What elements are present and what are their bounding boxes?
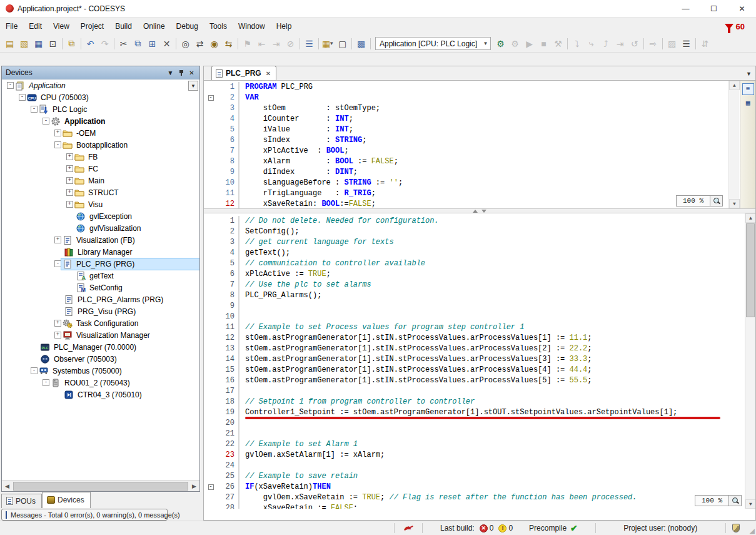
step-out-icon[interactable]: ⤴ [598,37,613,51]
find-icon[interactable]: ◎ [178,37,193,51]
code-line-19[interactable]: 19Controller1_Setpoint := stOem.astProgr… [204,407,745,418]
scroll-down-icon[interactable]: ▼ [745,499,755,509]
open-file-icon[interactable]: ▧ [17,37,31,51]
panel-menu-icon[interactable]: ▼ [165,68,176,78]
tree-item-visualization-manager[interactable]: +Visualization Manager [2,329,199,341]
tree-item-oem[interactable]: +-OEM [2,127,199,139]
fold-collapse-icon[interactable]: - [208,484,214,490]
tabular-view-button[interactable]: ▦ [742,98,754,110]
magnifier-icon[interactable] [729,495,742,506]
active-application-combo[interactable]: Application [CPU: PLC Logic] ▼ [375,37,491,50]
tree-item-plc-manager-70-0000[interactable]: PLCPLC_Manager (70.0000) [2,341,199,353]
code-line-9[interactable]: 9 diIndex : DINT; [204,167,725,178]
paste-icon[interactable]: ⊞ [145,37,159,51]
tree-item-cpu-705003[interactable]: -CPUCPU (705003) [2,91,199,103]
replace-in-project-icon[interactable]: ⇆ [221,37,236,51]
scroll-left-icon[interactable]: ◀ [2,481,13,491]
reset-warm-icon[interactable]: ↺ [627,37,642,51]
code-line-2[interactable]: 2SetConfig(); [204,227,745,237]
scrollbar-thumb[interactable] [13,482,188,491]
panel-close-icon[interactable]: ✕ [186,68,197,78]
code-line-27[interactable]: 27 gvlOem.xSaveRetain := TRUE; // Flag i… [204,492,745,503]
collapse-icon[interactable]: - [7,82,14,89]
code-line-11[interactable]: 11 rTrigLanguage : R_TRIG; [204,188,725,199]
menu-help[interactable]: Help [271,19,298,34]
expand-icon[interactable]: + [54,320,61,327]
code-line-4[interactable]: 4 iCounter : INT; [204,114,725,125]
magnifier-icon[interactable] [710,195,723,206]
code-line-22[interactable]: 22// Example to set Alarm 1 [204,439,745,450]
textual-view-button[interactable]: ≡ [742,83,754,95]
tree-item-rou01-2-705043[interactable]: -ROU01_2 (705043) [2,377,199,389]
cut-icon[interactable]: ✂ [116,37,131,51]
code-line-1[interactable]: 1// Do not delete. Needed for configurat… [204,216,745,227]
code-line-7[interactable]: 7 xPlcActive : BOOL; [204,146,725,156]
find-in-project-icon[interactable]: ◉ [207,37,221,51]
tab-plc-prg[interactable]: PLC_PRG ✕ [211,66,276,80]
resize-grip[interactable]: ◢ [750,527,755,535]
tree-item-gvlexception[interactable]: gvlException [2,210,199,222]
tree-item-plc-logic[interactable]: -PLC Logic [2,103,199,115]
tree-item-gvlvisualization[interactable]: gvlVisualization [2,222,199,234]
collapse-icon[interactable]: - [43,118,49,125]
step-into-icon[interactable]: ⤷ [584,37,598,51]
code-line-15[interactable]: 15stOem.astProgramGenerator[1].stIN.stPr… [204,365,745,375]
code-line-16[interactable]: 16stOem.astProgramGenerator[1].stIN.stPr… [204,375,745,386]
tree-item-observer-705003[interactable]: Observer (705003) [2,353,199,365]
expand-icon[interactable]: + [66,177,73,184]
implementation-editor[interactable]: 1// Do not delete. Needed for configurat… [204,213,755,509]
tree-item-plc-prg-prg[interactable]: -PLC_PRG (PRG) [2,258,199,270]
tree-item-plc-prg-alarms-prg[interactable]: PLC_PRG_Alarms (PRG) [2,293,199,305]
menu-online[interactable]: Online [138,19,171,34]
chevron-down-icon[interactable]: ▼ [481,38,490,49]
single-cycle-icon[interactable]: ⇨ [646,37,660,51]
menu-build[interactable]: Build [109,19,138,34]
save-icon[interactable]: ▦ [31,37,46,51]
tree-item-visualization-fb[interactable]: +Visualization (FB) [2,234,199,246]
stop-icon[interactable]: ■ [537,37,551,51]
copy-page-icon[interactable]: ⧉ [64,37,79,51]
breakpoint-settings-icon[interactable]: ⚒ [551,37,565,51]
tree-item-struct[interactable]: +STRUCT [2,186,199,198]
tree-item-systembus-705000[interactable]: -Systembus (705000) [2,365,199,377]
code-line-21[interactable]: 21 [204,429,745,439]
maximize-button[interactable]: ☐ [700,0,728,17]
expand-icon[interactable]: + [66,189,73,196]
code-line-20[interactable]: 20 [204,418,745,429]
expand-icon[interactable]: + [54,237,61,243]
splitter-down-icon[interactable] [481,210,486,213]
collapse-icon[interactable]: - [31,367,38,374]
flow-control-icon[interactable]: ▨ [665,37,679,51]
pin-icon[interactable] [176,68,186,78]
properties-icon[interactable]: ☰ [302,37,316,51]
logout-icon[interactable]: ⚙ [508,37,522,51]
edit-object-icon[interactable]: ▩ [354,37,368,51]
code-line-25[interactable]: 25// Example to save retain [204,471,745,482]
declaration-editor[interactable]: 1PROGRAM PLC_PRG-2VAR3 stOem : stOemType… [204,81,755,208]
tree-item-ctr04-3-705010[interactable]: CTR04_3 (705010) [2,389,199,400]
print-icon[interactable]: ⊡ [46,37,60,51]
chevron-down-icon[interactable]: ▼ [329,41,334,46]
display-mode-icon[interactable]: ☰ [679,37,693,51]
clear-bookmarks-icon[interactable]: ⊘ [283,37,298,51]
code-line-10[interactable]: 10 sLanguageBefore : STRING := ''; [204,178,725,188]
code-line-17[interactable]: 17 [204,386,745,397]
code-line-3[interactable]: 3// get current language for texts [204,237,745,248]
editor-splitter[interactable] [204,208,755,213]
tab-devices[interactable]: Devices [42,492,91,508]
tree-item-main[interactable]: +Main [2,175,199,186]
menu-file[interactable]: File [0,19,23,34]
code-line-1[interactable]: 1PROGRAM PLC_PRG [204,82,725,93]
scroll-right-icon[interactable]: ▶ [189,481,199,491]
code-line-14[interactable]: 14stOem.astProgramGenerator[1].stIN.stPr… [204,354,745,365]
tree-horizontal-scrollbar[interactable]: ◀ ▶ [2,480,199,491]
redo-icon[interactable]: ↷ [98,37,112,51]
tree-item-gettext[interactable]: AgetText [2,270,199,282]
collapse-icon[interactable]: - [54,260,61,267]
expand-icon[interactable]: + [54,130,61,136]
tree-item-application[interactable]: -Application [2,115,199,127]
new-object-icon[interactable]: ▢ [335,37,350,51]
code-line-9[interactable]: 9 [204,301,745,312]
menu-debug[interactable]: Debug [171,19,204,34]
implementation-zoom-level[interactable]: 100 % [695,495,729,506]
